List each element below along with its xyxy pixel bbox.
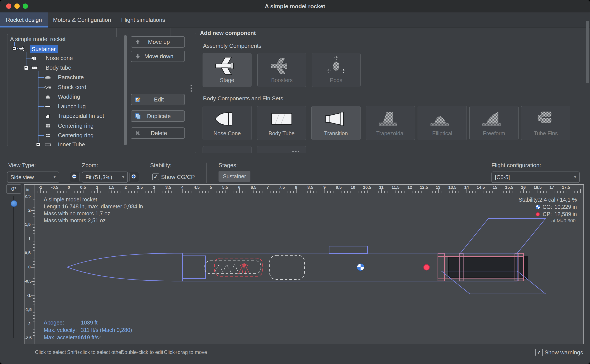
parachute-icon xyxy=(44,75,52,80)
show-cgcp-checkbox[interactable]: ✓ xyxy=(152,174,159,180)
centeringring-icon xyxy=(44,123,52,129)
add-body-tube-button[interactable]: Body Tube xyxy=(257,106,306,140)
tab-motors-configuration[interactable]: Motors & Configuration xyxy=(48,13,116,27)
add-boosters-button: Boosters xyxy=(257,53,306,87)
card-label: Transition xyxy=(324,130,348,140)
shockcord-icon xyxy=(44,85,52,90)
magnifier-minus-icon xyxy=(71,174,78,181)
rocket-icon xyxy=(18,46,26,51)
tree-item-trapezoidal-fin-set[interactable]: Trapezoidal fin set xyxy=(7,112,125,120)
view-type-select[interactable]: Side view▼ xyxy=(7,171,59,183)
tree-item-parachute[interactable]: Parachute xyxy=(7,73,125,81)
button-label: Edit xyxy=(142,96,176,103)
tree-item-nose-cone[interactable]: Nose cone xyxy=(7,54,125,62)
rocket-drawing-canvas[interactable]: in -1-0,500,511,522,533,544,555,566,577,… xyxy=(24,184,584,344)
card-label: Freeform xyxy=(483,130,505,140)
wadding-icon xyxy=(44,94,52,99)
tree-item-launch-lug[interactable]: Launch lug xyxy=(7,103,125,110)
tree-item-label: Launch lug xyxy=(58,103,86,110)
stage-toggle-sustainer[interactable]: Sustainer xyxy=(219,171,250,182)
bodytube-big-icon xyxy=(267,106,296,130)
divider-handle-icon[interactable] xyxy=(292,151,299,152)
add-elliptical-button: Elliptical xyxy=(418,106,467,140)
button-label: Move up xyxy=(142,39,176,46)
card-label: Elliptical xyxy=(432,130,452,140)
chevron-down-icon: ▼ xyxy=(50,175,59,179)
motor-shape xyxy=(448,257,528,277)
cp-marker xyxy=(424,265,429,270)
stages-label: Stages: xyxy=(219,162,238,169)
titlebar: A simple model rocket xyxy=(0,0,590,13)
tree-item-label: Body tube xyxy=(46,64,71,71)
add-component-button-partial[interactable] xyxy=(202,146,252,153)
zoom-out-button[interactable] xyxy=(70,172,80,182)
zoom-in-button[interactable] xyxy=(129,172,139,182)
rotation-slider-track[interactable] xyxy=(13,196,14,338)
transition-icon xyxy=(321,106,351,130)
edit-button[interactable]: Edit xyxy=(131,94,185,105)
tree-item-centering-ring[interactable]: Centering ring xyxy=(7,132,125,139)
add-nose-cone-button[interactable]: Nose Cone xyxy=(202,106,252,140)
tree-item-wadding[interactable]: Wadding xyxy=(7,93,125,101)
arrow-up-icon xyxy=(135,39,142,45)
panel-scrollbar[interactable] xyxy=(586,21,589,83)
fin-top-shape xyxy=(460,218,546,253)
flight-config-select[interactable]: [C6-5]▼ xyxy=(491,171,580,183)
add-component-title: Add new component xyxy=(198,30,258,36)
button-label: Delete xyxy=(142,130,176,136)
stage-icon xyxy=(212,53,242,77)
card-label: Body Tube xyxy=(268,130,295,140)
magnifier-plus-icon xyxy=(131,174,137,181)
wadding-shape xyxy=(270,255,305,280)
pods-icon xyxy=(322,53,351,77)
tree-expander-icon[interactable] xyxy=(13,46,17,51)
add-stage-button[interactable]: Stage xyxy=(202,53,252,87)
tree-expander-icon[interactable] xyxy=(36,143,40,146)
tubefins-icon xyxy=(531,106,561,130)
stability-label: Stability: xyxy=(150,162,172,169)
chevron-down-icon: ▼ xyxy=(119,175,127,179)
tree-scrollbar[interactable] xyxy=(124,35,127,145)
add-transition-button[interactable]: Transition xyxy=(311,106,361,140)
rotation-slider-knob[interactable] xyxy=(11,200,17,207)
rotation-angle-field[interactable]: 0° xyxy=(6,184,21,194)
add-component-panel: Assembly ComponentsStageBoostersPodsBody… xyxy=(195,33,584,153)
duplicate-button[interactable]: Duplicate xyxy=(131,110,185,122)
tab-rocket-design[interactable]: Rocket design xyxy=(0,13,48,27)
show-cgcp-label: Show CG/CP xyxy=(161,174,195,181)
tree-item-label: Parachute xyxy=(58,74,84,81)
rocket-diagram[interactable] xyxy=(25,185,583,344)
tree-item-centering-ring[interactable]: Centering ring xyxy=(7,122,125,130)
launchlug-icon xyxy=(44,104,52,109)
edit-icon xyxy=(135,96,142,103)
app-window: A simple model rocket Rocket design Moto… xyxy=(0,0,590,364)
tree-item-label: Trapezoidal fin set xyxy=(58,113,104,119)
tab-flight-simulations[interactable]: Flight simulations xyxy=(116,13,170,27)
trapezoidal-icon xyxy=(376,106,405,130)
centeringring-icon xyxy=(44,133,52,138)
cg-marker xyxy=(357,264,364,271)
delete-icon xyxy=(135,130,142,136)
tree-expander-icon[interactable] xyxy=(24,66,28,70)
splitter-handle-icon[interactable] xyxy=(191,85,192,92)
tree-item-label: Nose cone xyxy=(46,55,73,62)
hint-double-click: Double-click to edit xyxy=(121,349,163,355)
show-warnings-checkbox[interactable]: ✓ xyxy=(535,349,543,356)
boosters-icon xyxy=(267,53,297,77)
tree-item-sustainer[interactable]: Sustainer xyxy=(7,45,125,52)
tree-item-body-tube[interactable]: Body tube xyxy=(7,64,125,72)
delete-button[interactable]: Delete xyxy=(131,127,185,139)
arrow-down-icon xyxy=(135,53,142,59)
tree-item-label: Inner Tube xyxy=(58,141,85,146)
freeform-icon xyxy=(479,106,509,130)
tree-item-inner-tube[interactable]: Inner Tube xyxy=(7,141,125,146)
tree-item-shock-cord[interactable]: Shock cord xyxy=(7,83,125,91)
card-label: Trapezoidal xyxy=(376,130,405,140)
move-up-button[interactable]: Move up xyxy=(131,36,185,48)
add-pods-button: Pods xyxy=(312,53,361,87)
zoom-select[interactable]: Fit (51,3%)▼ xyxy=(82,171,128,183)
controls-separator xyxy=(206,162,207,183)
tree-root-item[interactable]: A simple model rocket xyxy=(10,35,128,43)
shock-cord-shape xyxy=(205,255,305,280)
move-down-button[interactable]: Move down xyxy=(131,51,185,62)
